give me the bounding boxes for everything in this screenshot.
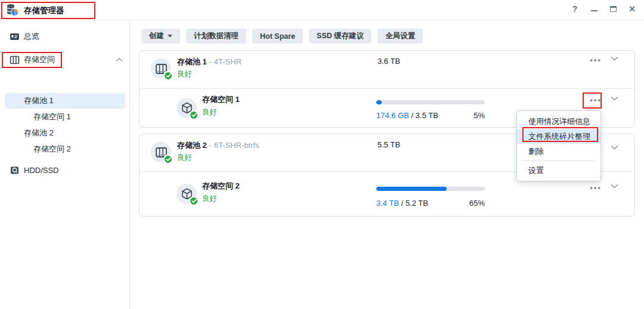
storage-manager-app-icon [5, 3, 20, 17]
pool-name: 存储池 2 [177, 141, 207, 150]
volume-percent: 5% [437, 111, 485, 120]
pool-title: 存储池 1- 4T-SHR [177, 57, 242, 67]
pool1-row[interactable]: 存储池 1- 4T-SHR 良好 3.6 TB ••• [140, 51, 634, 88]
sidebar-item-label: HDD/SSD [24, 166, 59, 175]
global-settings-button[interactable]: 全局设置 [377, 29, 423, 44]
sidebar-item-pool2[interactable]: 存储池 2 [24, 125, 54, 140]
pool1-more-button[interactable]: ••• [586, 55, 606, 67]
sidebar-item-hdd-ssd[interactable]: HDD/SSD [0, 162, 130, 178]
volume-total: / 3.5 TB [411, 111, 438, 120]
chevron-down-icon[interactable] [611, 145, 623, 157]
volume-icon [177, 184, 197, 204]
chevron-down-icon[interactable] [611, 96, 623, 108]
volume-usage-bar-fill [376, 187, 447, 191]
volume-percent: 65% [437, 199, 485, 208]
volume-usage-bar-fill [376, 100, 382, 104]
pool-title: 存储池 2- 6T-SHR-btrfs [177, 140, 259, 151]
volume-title: 存储空间 2 [202, 181, 240, 191]
volume-used: 174.6 GB [376, 111, 409, 120]
menu-divider [522, 160, 595, 161]
chevron-down-icon[interactable] [611, 56, 623, 68]
close-button[interactable]: ✕ [627, 4, 637, 14]
volume-status: 良好 [202, 194, 217, 204]
hot-spare-button[interactable]: Hot Spare [252, 29, 303, 44]
sidebar: 总览 存储空间 存储池 1 存储空间 1 存储池 2 存储空间 2 HDD/SS… [0, 20, 130, 309]
ssd-cache-advisor-button[interactable]: SSD 缓存建议 [309, 29, 371, 44]
pool-status: 良好 [177, 153, 192, 163]
menu-item-settings[interactable]: 设置 [517, 163, 600, 178]
create-button-label: 创建 [149, 31, 164, 41]
menu-item-usage-details[interactable]: 使用情况详细信息 [517, 114, 600, 129]
sidebar-item-label: 总览 [24, 31, 39, 42]
sidebar-item-pool1[interactable]: 存储池 1 [24, 93, 54, 108]
toolbar: 创建 计划数据清理 Hot Spare SSD 缓存建议 全局设置 [141, 29, 423, 44]
sidebar-item-storage[interactable]: 存储空间 [0, 52, 130, 67]
data-scrubbing-button[interactable]: 计划数据清理 [186, 29, 246, 44]
volume2-more-button[interactable]: ••• [586, 183, 606, 195]
pool-icon [151, 58, 171, 79]
menu-item-remove[interactable]: 删除 [517, 144, 600, 159]
pool-icon [151, 142, 171, 162]
healthy-badge-icon [189, 196, 199, 206]
volume-total: / 5.2 TB [401, 199, 428, 208]
window-controls: ? ✕ [570, 4, 637, 14]
minimize-icon [591, 10, 597, 11]
volume-icon [177, 98, 197, 118]
sidebar-item-label: 存储空间 [24, 54, 55, 65]
sidebar-selected-highlight [5, 93, 125, 109]
pool-capacity: 5.5 TB [377, 140, 400, 149]
volume-title: 存储空间 1 [202, 94, 240, 105]
disk-icon [10, 165, 20, 175]
title-bar: 存储管理器 ? ✕ [0, 0, 644, 20]
pool-status: 良好 [177, 69, 192, 79]
chevron-up-icon[interactable] [116, 57, 123, 62]
overview-icon [10, 32, 20, 42]
create-button[interactable]: 创建 [141, 29, 180, 44]
volume1-more-button[interactable]: ••• [586, 95, 606, 107]
maximize-icon [610, 6, 617, 12]
menu-item-defrag[interactable]: 文件系统碎片整理 [517, 129, 600, 144]
healthy-badge-icon [163, 154, 173, 164]
healthy-badge-icon [189, 110, 199, 120]
app-title: 存储管理器 [24, 5, 64, 16]
pool-capacity: 3.6 TB [377, 57, 400, 66]
volume-context-menu: 使用情况详细信息 文件系统碎片整理 删除 设置 [516, 110, 601, 181]
pool-raid-type: - 4T-SHR [209, 57, 242, 66]
pool-name: 存储池 1 [177, 57, 207, 66]
maximize-button[interactable] [608, 4, 618, 14]
help-button[interactable]: ? [570, 4, 580, 14]
sidebar-item-overview[interactable]: 总览 [0, 29, 130, 44]
minimize-button[interactable] [589, 4, 599, 14]
sidebar-item-volume2[interactable]: 存储空间 2 [33, 141, 71, 156]
volume-usage-bar [376, 187, 485, 191]
healthy-badge-icon [163, 71, 173, 81]
volume-usage-text: 174.6 GB / 3.5 TB [376, 111, 438, 120]
storage-icon [10, 55, 20, 65]
sidebar-item-volume1[interactable]: 存储空间 1 [33, 109, 71, 124]
volume-usage-bar [376, 100, 485, 104]
chevron-down-icon[interactable] [611, 184, 623, 196]
caret-down-icon [168, 35, 172, 38]
volume-usage-text: 3.4 TB / 5.2 TB [376, 199, 428, 208]
volume-status: 良好 [202, 107, 217, 118]
volume-used: 3.4 TB [376, 199, 399, 208]
pool-raid-type: - 6T-SHR-btrfs [209, 141, 259, 150]
